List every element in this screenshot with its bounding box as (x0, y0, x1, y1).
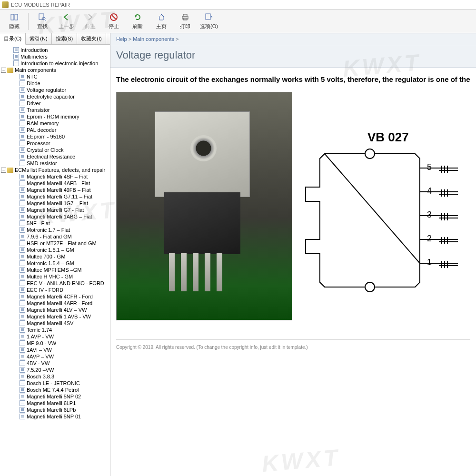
tree-item[interactable]: Eprom - ROM memory (1, 113, 109, 120)
tab-index[interactable]: 索引(N) (26, 33, 51, 44)
options-button[interactable]: 选项(O) (198, 11, 220, 32)
tree-item[interactable]: EEC IV - FORD (1, 287, 109, 293)
tree-item[interactable]: Multimeters (1, 53, 109, 60)
tree-item[interactable]: Bosch ME 7.4.4 Petrol (1, 387, 109, 393)
window-title: ECU MODULES REPAIR (11, 2, 70, 8)
tree-item[interactable]: Magneti Marelli 4AFB - Fiat (1, 180, 109, 187)
home-button[interactable]: 主页 (150, 11, 173, 32)
tree-item[interactable]: 4BV - VW (1, 360, 109, 367)
forward-button[interactable]: 前进 (79, 11, 101, 32)
hide-button[interactable]: 隐藏 (3, 11, 26, 32)
tree-item[interactable]: Magneti Marelli 4SV (1, 320, 109, 327)
tree-item[interactable]: Bosch LE - JETRONIC (1, 380, 109, 387)
tree-item[interactable]: Motronic 1.7 – Fiat (1, 227, 109, 233)
hide-icon (10, 12, 19, 22)
toolbar-separator (28, 13, 29, 30)
find-button[interactable]: 查找 (31, 11, 54, 32)
tree-item[interactable]: Motronic 1.5.1 – GM (1, 247, 109, 253)
tree-item[interactable]: 7.9.6 - Fiat and GM (1, 233, 109, 240)
page-icon (20, 274, 25, 279)
stop-button[interactable]: 停止 (102, 11, 125, 32)
tree-item[interactable]: Multec 700 - GM (1, 253, 109, 260)
page-icon (20, 267, 25, 273)
tree-item[interactable]: 5NF - Fiat (1, 220, 109, 227)
page-icon (20, 387, 25, 393)
tree-item[interactable]: Magneti Marelli 4AFR - Ford (1, 300, 109, 307)
page-icon (20, 200, 25, 206)
page-icon (20, 374, 25, 379)
tree-item[interactable]: Electrolytic capacitor (1, 93, 109, 100)
tree-item[interactable]: HSFI or MT27E - Fiat and GM (1, 240, 109, 247)
breadcrumb: Help > Main components > (110, 33, 476, 45)
tree-item[interactable]: RAM memory (1, 120, 109, 127)
tab-favorites[interactable]: 收藏夹(I) (77, 33, 106, 44)
pin-label: 5 (427, 162, 432, 172)
page-icon (20, 407, 25, 413)
tree-item[interactable]: Transistor (1, 107, 109, 113)
page-icon (20, 294, 25, 299)
refresh-button[interactable]: 刷新 (126, 11, 149, 32)
tree-item[interactable]: EEC V - ANIL AND ENIO - FORD (1, 280, 109, 287)
page-icon (20, 354, 25, 359)
tree-item[interactable]: Driver (1, 100, 109, 107)
tree-item[interactable]: MP 9.0 - VW (1, 340, 109, 347)
tree-item[interactable]: Multec MPFI EMS –GM (1, 267, 109, 273)
page-icon (20, 87, 25, 93)
collapse-icon[interactable]: − (1, 168, 6, 173)
page-icon (20, 340, 25, 346)
tree-item[interactable]: Bosch 3.8.3 (1, 373, 109, 380)
tree-item[interactable]: Magneti Marelli 6LP1 (1, 400, 109, 407)
svg-rect-8 (183, 14, 187, 16)
tree-item[interactable]: Multec H VHC - GM (1, 273, 109, 280)
tree-item[interactable]: 7.5.20 –VW (1, 367, 109, 373)
tree-item[interactable]: Magneti Marelli 5NP 02 (1, 393, 109, 400)
tree-item[interactable]: Introduction to electronic injection (1, 60, 109, 67)
tree-item[interactable]: PAL decoder (1, 127, 109, 133)
tree-item[interactable]: Motronic 1.5.4 – GM (1, 260, 109, 267)
tree-item[interactable]: Diode (1, 80, 109, 87)
tree-item[interactable]: Voltage regulator (1, 87, 109, 93)
tree-item[interactable]: Crystal or Clock (1, 147, 109, 153)
tree-item[interactable]: 1AVI – VW (1, 347, 109, 353)
breadcrumb-parent[interactable]: Main components (133, 36, 174, 42)
collapse-icon[interactable]: − (1, 68, 6, 73)
breadcrumb-help[interactable]: Help (116, 36, 127, 42)
tree-item[interactable]: 4AVP – VW (1, 353, 109, 360)
tree-item[interactable]: SMD resistor (1, 160, 109, 167)
page-icon (20, 280, 25, 286)
tree-folder[interactable]: −ECMs list Features, defects, and repair (1, 167, 109, 173)
tree-item[interactable]: Magneti Marelli 4LV – VW (1, 307, 109, 313)
copyright-text: Copyright © 2019. All rights reserved. (… (116, 339, 470, 350)
tree-item[interactable]: EEprom - 95160 (1, 133, 109, 140)
tree-item[interactable]: Magneti Marelli 49FB – Fiat (1, 187, 109, 193)
page-title: Voltage regulator (110, 45, 476, 68)
tree-item[interactable]: Magneti Marelli 1ABG – Fiat (1, 213, 109, 220)
tree-item[interactable]: Magneti Marelli 5NP 01 (1, 413, 109, 420)
tree-item[interactable]: 1 AVP - VW (1, 333, 109, 340)
tree-item[interactable]: Magneti Marelli 4CFR - Ford (1, 293, 109, 300)
tab-search[interactable]: 搜索(S) (52, 33, 78, 44)
page-icon (20, 234, 25, 239)
tree-item[interactable]: Processor (1, 140, 109, 147)
tree-item[interactable]: Electrical Resistance (1, 153, 109, 160)
tree-item[interactable]: Temic 1.74 (1, 327, 109, 333)
tree-item[interactable]: Magneti Marelli 4SF – Fiat (1, 173, 109, 180)
tree-item[interactable]: Magneti Marelli 1 AVB - VW (1, 313, 109, 320)
page-icon (20, 347, 25, 353)
page-icon (20, 120, 25, 126)
tab-contents[interactable]: 目录(C) (0, 33, 26, 45)
tree-folder[interactable]: −Main components (1, 67, 109, 73)
page-icon (20, 367, 25, 373)
window-titlebar: ECU MODULES REPAIR (0, 0, 476, 10)
tree-item[interactable]: Introduction (1, 47, 109, 53)
back-button[interactable]: 上一步 (55, 11, 78, 32)
tree-item[interactable]: Magneti Marelli 6LPb (1, 407, 109, 413)
page-icon (20, 287, 25, 293)
svg-rect-10 (206, 14, 210, 20)
tree-item[interactable]: Magneti Marelli G7.11 – Fiat (1, 193, 109, 200)
tree-item[interactable]: NTC (1, 73, 109, 80)
tree-item[interactable]: Magneti Marelli 1G7 – Fiat (1, 200, 109, 207)
tree-item[interactable]: Magneti Marelli G7 - Fiat (1, 207, 109, 213)
print-button[interactable]: 打印 (174, 11, 197, 32)
contents-tree[interactable]: IntroductionMultimetersIntroduction to e… (0, 45, 110, 476)
